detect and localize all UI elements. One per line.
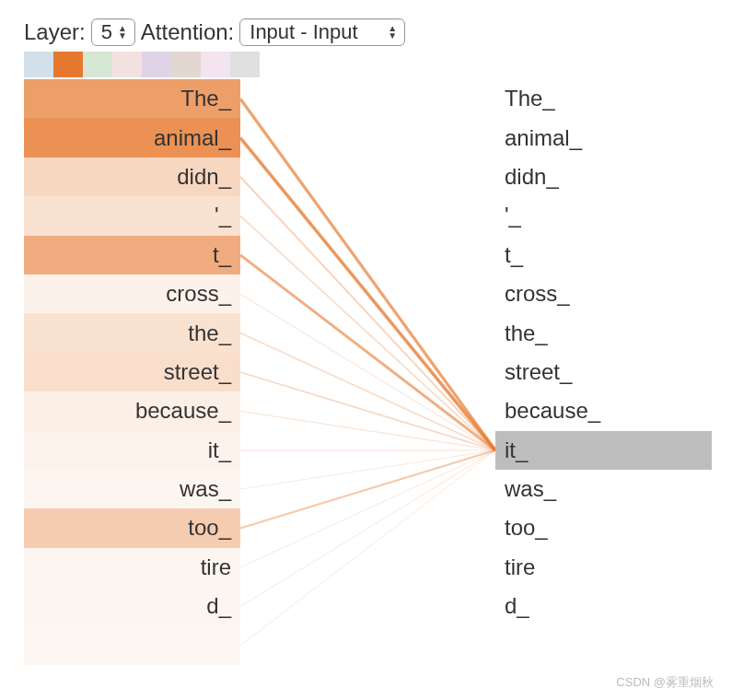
left-token[interactable]: t_ — [24, 236, 240, 274]
left-token[interactable] — [24, 625, 240, 664]
right-token[interactable]: animal_ — [495, 118, 712, 157]
attention-select[interactable]: Input - Input ▲▼ — [239, 18, 405, 46]
right-token[interactable]: tire — [495, 548, 712, 587]
head-swatch[interactable] — [83, 52, 112, 77]
attention-line — [240, 450, 495, 489]
right-token[interactable]: the_ — [495, 313, 712, 352]
attention-line — [240, 450, 495, 646]
head-swatches — [24, 52, 714, 77]
left-token[interactable]: tire — [24, 548, 240, 587]
stepper-icon: ▲▼ — [388, 25, 397, 40]
controls-bar: Layer: 5 ▲▼ Attention: Input - Input ▲▼ — [24, 18, 714, 46]
attention-value: Input - Input — [250, 20, 357, 44]
left-token[interactable]: because_ — [24, 391, 240, 430]
attention-line — [240, 216, 495, 449]
head-swatch[interactable] — [230, 52, 260, 77]
right-token[interactable]: it_ — [495, 431, 712, 470]
layer-select[interactable]: 5 ▲▼ — [91, 18, 135, 46]
right-token[interactable]: cross_ — [495, 274, 712, 313]
right-token[interactable]: didn_ — [495, 158, 712, 196]
right-token[interactable]: was_ — [495, 470, 712, 508]
head-swatch[interactable] — [171, 52, 201, 77]
attention-line — [240, 138, 495, 450]
attention-line — [240, 411, 495, 449]
left-token[interactable]: The_ — [24, 79, 240, 118]
left-token[interactable]: '_ — [24, 196, 240, 235]
attention-line — [240, 255, 495, 450]
stepper-icon: ▲▼ — [118, 25, 127, 40]
layer-value: 5 — [101, 20, 112, 44]
right-token[interactable]: '_ — [495, 196, 712, 235]
head-swatch[interactable] — [24, 52, 53, 77]
attention-line — [240, 450, 495, 567]
right-token[interactable]: The_ — [495, 79, 712, 118]
attention-line — [240, 333, 495, 450]
left-token[interactable]: didn_ — [24, 158, 240, 196]
attention-line — [240, 450, 495, 607]
attention-label: Attention: — [141, 19, 234, 45]
left-token[interactable]: street_ — [24, 353, 240, 391]
left-token[interactable]: the_ — [24, 313, 240, 352]
left-token-column: The_animal_didn_'_t_cross_the_street_bec… — [24, 79, 240, 665]
attention-line — [240, 372, 495, 450]
head-swatch[interactable] — [112, 52, 142, 77]
right-token[interactable]: because_ — [495, 391, 712, 430]
right-token[interactable]: t_ — [495, 236, 712, 274]
right-token[interactable]: street_ — [495, 353, 712, 391]
right-token[interactable]: too_ — [495, 508, 712, 547]
watermark: CSDN @雾重烟秋 — [616, 674, 714, 691]
attention-viz: The_animal_didn_'_t_cross_the_street_bec… — [18, 79, 714, 669]
left-token[interactable]: too_ — [24, 508, 240, 547]
head-swatch[interactable] — [201, 52, 230, 77]
left-token[interactable]: was_ — [24, 470, 240, 508]
head-swatch[interactable] — [142, 52, 171, 77]
attention-line — [240, 177, 495, 450]
left-token[interactable]: it_ — [24, 431, 240, 470]
left-token[interactable]: animal_ — [24, 118, 240, 157]
left-token[interactable]: d_ — [24, 587, 240, 625]
attention-line — [240, 99, 495, 450]
attention-line — [240, 294, 495, 450]
right-token[interactable]: d_ — [495, 587, 712, 625]
left-token[interactable]: cross_ — [24, 274, 240, 313]
layer-label: Layer: — [24, 19, 86, 45]
right-token-column: The_animal_didn_'_t_cross_the_street_bec… — [495, 79, 712, 625]
attention-line — [240, 450, 495, 529]
head-swatch[interactable] — [53, 52, 83, 77]
